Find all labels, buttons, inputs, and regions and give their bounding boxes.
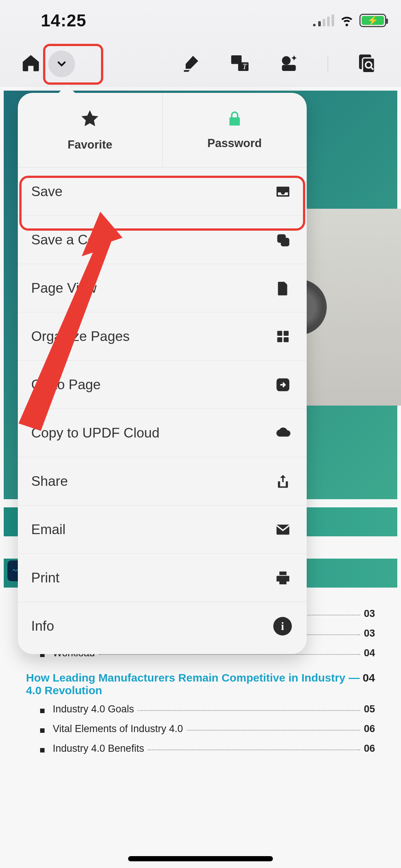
grid-icon xyxy=(274,328,292,345)
password-label: Password xyxy=(208,137,262,150)
toc-heading: How Leading Manufacturers Remain Competi… xyxy=(26,672,375,697)
svg-rect-13 xyxy=(277,337,282,342)
home-icon[interactable] xyxy=(20,52,42,75)
star-icon xyxy=(79,108,100,131)
copy-icon xyxy=(274,231,292,249)
inbox-icon xyxy=(274,183,292,201)
menu-item-email[interactable]: Email xyxy=(18,505,307,554)
menu-list: Save Save a Copy Page View Organize Page… xyxy=(18,167,307,650)
menu-item-goto[interactable]: Go to Page xyxy=(18,361,307,409)
highlighter-icon[interactable] xyxy=(180,53,201,75)
password-button[interactable]: Password xyxy=(162,93,307,167)
dropdown-menu: Favorite Password Save Save a Copy Page … xyxy=(18,93,307,654)
svg-rect-12 xyxy=(284,331,288,335)
svg-point-3 xyxy=(282,56,290,65)
svg-rect-11 xyxy=(277,331,282,335)
svg-rect-14 xyxy=(284,337,288,342)
toc-item: Industry 4.0 Benefits06 xyxy=(26,743,375,754)
page-icon xyxy=(274,279,292,297)
status-indicators: ⚡ xyxy=(313,12,386,29)
info-icon: i xyxy=(273,617,292,635)
toolbar-divider xyxy=(327,56,328,72)
favorite-label: Favorite xyxy=(68,138,113,152)
menu-item-page-view[interactable]: Page View xyxy=(18,264,307,312)
wifi-icon xyxy=(339,12,354,29)
svg-rect-4 xyxy=(282,65,296,71)
cloud-icon xyxy=(274,424,292,442)
menu-item-organize[interactable]: Organize Pages xyxy=(18,312,307,361)
email-icon xyxy=(274,521,292,539)
toc-item: Vital Elements of Industry 4.006 xyxy=(26,723,375,735)
menu-item-share[interactable]: Share xyxy=(18,457,307,505)
favorite-button[interactable]: Favorite xyxy=(18,93,162,167)
svg-rect-6 xyxy=(362,58,375,73)
menu-item-cloud[interactable]: Copy to UPDF Cloud xyxy=(18,409,307,457)
pages-search-icon[interactable] xyxy=(356,53,377,75)
menu-item-save[interactable]: Save xyxy=(18,168,307,216)
menu-item-print[interactable]: Print xyxy=(18,554,307,602)
menu-item-info[interactable]: Info i xyxy=(18,602,307,650)
svg-text:T: T xyxy=(242,62,247,71)
cellular-signal-icon xyxy=(313,14,334,26)
toc-item: Industry 4.0 Goals05 xyxy=(26,703,375,715)
dropdown-toggle-button[interactable] xyxy=(48,51,75,77)
image-sparkle-icon[interactable] xyxy=(278,53,299,75)
status-bar: 14:25 ⚡ xyxy=(0,0,401,41)
share-icon xyxy=(274,472,292,490)
menu-item-save-copy[interactable]: Save a Copy xyxy=(18,216,307,264)
lock-icon xyxy=(226,110,244,129)
arrow-right-box-icon xyxy=(274,376,292,394)
battery-charging-icon: ⚡ xyxy=(359,14,386,27)
top-toolbar: T xyxy=(0,41,401,87)
text-image-icon[interactable]: T xyxy=(229,53,250,75)
print-icon xyxy=(274,569,292,587)
status-time: 14:25 xyxy=(41,10,87,30)
home-indicator xyxy=(128,856,273,861)
svg-rect-10 xyxy=(281,238,289,246)
